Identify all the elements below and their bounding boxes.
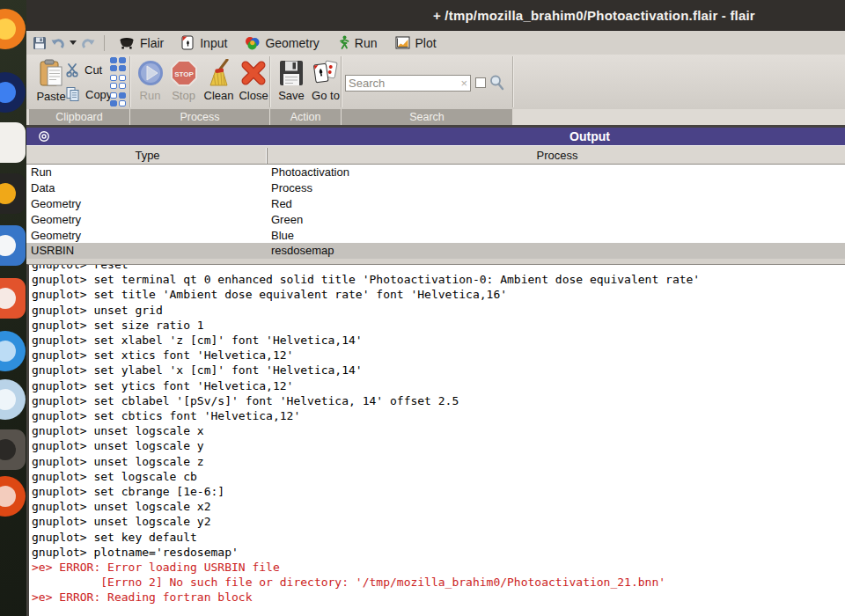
cut-button[interactable]: Cut (65, 62, 102, 77)
output-table-header: Type Process (26, 145, 845, 165)
menu-item-plot[interactable]: Plot (387, 34, 446, 52)
document-viewer-icon-detail (0, 235, 16, 256)
grid-square (110, 100, 117, 106)
console-line: gnuplot> unset logscale y2 (32, 514, 845, 529)
row-process-cell: Photoactivation (269, 165, 845, 179)
firefox-dark-icon[interactable] (0, 72, 26, 113)
weather-icon-detail (0, 389, 16, 410)
grid-square (119, 92, 126, 99)
copy-button[interactable]: Copy (65, 86, 112, 102)
table-row[interactable]: DataProcess (26, 180, 845, 196)
clean-button[interactable]: Clean (201, 59, 237, 102)
messenger-icon-detail (0, 341, 16, 362)
goto-label: Go to (312, 89, 340, 102)
camera-tool-icon-detail (0, 183, 16, 204)
flair-dock-icon[interactable] (0, 429, 26, 470)
goto-button[interactable]: Go to (308, 59, 343, 102)
menu-item-run[interactable]: Run (329, 33, 387, 52)
table-row[interactable]: GeometryRed (26, 196, 845, 212)
grid-square (119, 75, 126, 81)
weather-icon[interactable] (0, 379, 26, 420)
layout-grid-outline-button[interactable] (108, 74, 128, 90)
cut-label: Cut (84, 63, 102, 77)
messenger-icon[interactable] (0, 331, 26, 371)
menu-item-input[interactable]: Input (173, 33, 237, 52)
undo-dropdown-caret[interactable] (70, 40, 77, 45)
row-process-cell: Red (269, 197, 845, 210)
redo-button[interactable] (79, 33, 98, 53)
layout-grid-2x2-button[interactable] (108, 56, 128, 72)
ubuntu-icon-detail (0, 486, 16, 507)
firefox-dark-icon-detail (0, 82, 16, 103)
search-clear-icon[interactable]: × (458, 77, 470, 89)
column-header-type[interactable]: Type (28, 148, 268, 164)
console-line: >e> ERROR: Reading fortran block (32, 590, 845, 605)
table-row[interactable]: RunPhotoactivation (26, 165, 845, 180)
goto-cards-icon (312, 59, 339, 87)
console-line: gnuplot> unset grid (32, 303, 845, 318)
menu-item-label: Geometry (265, 36, 319, 50)
window-title: + /tmp/mozilla_brahim0/Photoactivation.f… (433, 8, 755, 23)
save-button[interactable]: Save (276, 59, 307, 102)
run-button[interactable]: Run (134, 59, 166, 102)
console-line: gnuplot> set xlabel 'z [cm]' font 'Helve… (32, 333, 845, 348)
layout-grid-mixed-button[interactable] (108, 92, 128, 107)
menu-item-flair[interactable]: Flair (111, 34, 173, 52)
console-line: gnuplot> set key default (32, 530, 845, 545)
undo-button[interactable] (48, 33, 67, 53)
firefox-icon-detail (0, 18, 16, 40)
action-group-label: Action (270, 109, 341, 125)
console-line: gnuplot> set ytics font 'Helvetica,12' (32, 378, 845, 393)
stop-sign-icon: STOP (170, 59, 198, 87)
menubar-separator (104, 35, 105, 51)
close-label: Close (239, 89, 268, 102)
notes-icon[interactable] (0, 122, 26, 163)
ubuntu-icon[interactable] (0, 476, 26, 517)
firefox-icon[interactable] (0, 9, 26, 49)
search-input[interactable] (346, 77, 458, 90)
plot-chart-icon (395, 36, 410, 49)
console-line: gnuplot> set terminal qt 0 enhanced soli… (32, 272, 845, 287)
console-line: gnuplot> reset (32, 264, 845, 272)
save-label: Save (278, 89, 305, 102)
redo-icon (81, 36, 96, 50)
stop-button[interactable]: STOP Stop (167, 59, 200, 102)
grid-square (110, 83, 117, 89)
console-line: gnuplot> set cbrange [1e-6:] (32, 484, 845, 499)
row-type-cell: Geometry (26, 197, 269, 210)
menu-item-label: Input (200, 36, 227, 50)
output-table-rows: RunPhotoactivationDataProcessGeometryRed… (26, 165, 845, 259)
close-button[interactable]: Close (237, 59, 270, 102)
menu-item-label: Plot (415, 36, 437, 50)
save-small-button[interactable] (31, 33, 48, 53)
document-viewer-icon[interactable] (0, 225, 26, 266)
toolbar-group-strip: Clipboard Process Action Search (26, 109, 845, 125)
column-header-process[interactable]: Process (269, 148, 845, 164)
console-line: gnuplot> unset logscale x2 (32, 499, 845, 514)
group-separator (129, 56, 130, 107)
desktop-dock (0, 0, 26, 616)
search-go-button[interactable] (489, 74, 504, 91)
console-output[interactable]: gnuplot> resetgnuplot> set terminal qt 0… (26, 264, 845, 616)
row-process-cell: Blue (269, 229, 845, 242)
table-row[interactable]: USRBINresdosemap (26, 243, 845, 259)
row-process-cell: resdosemap (269, 244, 845, 257)
row-type-cell: USRBIN (26, 244, 269, 257)
undo-icon (50, 36, 65, 50)
console-line: gnuplot> set xtics font 'Helvetica,12' (32, 348, 845, 363)
table-row[interactable]: GeometryGreen (26, 211, 845, 227)
grid-square (110, 75, 117, 81)
menubar: Flair Input Geometry Run (26, 31, 845, 55)
toolbar: Paste Cut Copy (26, 55, 845, 109)
svg-text:STOP: STOP (174, 70, 194, 78)
search-option-checkbox[interactable] (475, 77, 486, 88)
camera-tool-icon[interactable] (0, 173, 26, 214)
flair-window: + /tmp/mozilla_brahim0/Photoactivation.f… (26, 0, 845, 616)
menu-item-geometry[interactable]: Geometry (237, 34, 328, 52)
grid-square (119, 83, 126, 89)
panel-toggle-button[interactable] (38, 130, 50, 143)
table-row[interactable]: GeometryBlue (26, 227, 845, 243)
stop-label: Stop (172, 89, 195, 102)
clipboard-group-label: Clipboard (29, 109, 129, 125)
software-center-icon[interactable] (0, 278, 26, 319)
